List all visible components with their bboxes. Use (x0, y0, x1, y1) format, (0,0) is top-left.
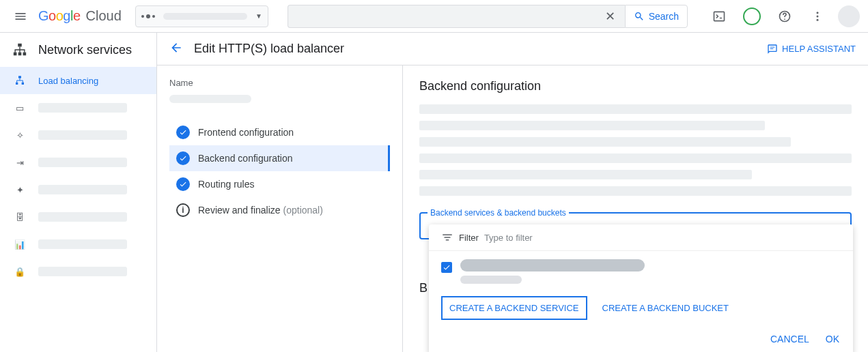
placeholder-line (419, 153, 852, 163)
popup-footer: CANCEL OK (429, 327, 853, 347)
svg-rect-11 (22, 83, 24, 85)
sidebar-header: Network services (0, 33, 156, 67)
filter-label: Filter (459, 233, 479, 243)
step-label: Backend configuration (198, 153, 293, 164)
sidebar-icon: ⇥ (14, 158, 26, 168)
google-cloud-logo[interactable]: Google Cloud (38, 8, 122, 24)
option-text-placeholder (460, 259, 645, 284)
svg-rect-8 (23, 53, 27, 56)
placeholder-line (419, 104, 852, 114)
sidebar-item[interactable]: 🗄 (0, 203, 156, 231)
placeholder-line (419, 186, 852, 196)
sidebar-item[interactable]: ⇥ (0, 149, 156, 176)
svg-rect-7 (18, 53, 22, 56)
svg-rect-12 (770, 46, 775, 47)
page-title: Edit HTTP(S) load balancer (194, 42, 344, 56)
sidebar-item[interactable]: 📊 (0, 231, 156, 258)
logo-cloud-word: Cloud (86, 8, 122, 24)
cloud-shell-icon[interactable] (707, 4, 731, 29)
sidebar-icon: ✧ (14, 130, 26, 141)
back-arrow-icon[interactable] (169, 41, 183, 57)
page-header: Edit HTTP(S) load balancer HELP ASSISTAN… (157, 33, 868, 65)
step-routing[interactable]: Routing rules (169, 171, 390, 197)
step-frontend[interactable]: Frontend configuration (169, 119, 390, 145)
search-button-label: Search (649, 11, 679, 22)
svg-point-3 (817, 15, 819, 17)
step-backend[interactable]: Backend configuration (169, 145, 390, 171)
svg-rect-5 (18, 44, 22, 47)
sidebar-item[interactable]: ▭ (0, 94, 156, 121)
content: Edit HTTP(S) load balancer HELP ASSISTAN… (157, 33, 868, 352)
chat-icon (767, 44, 778, 55)
ok-button[interactable]: OK (826, 334, 839, 344)
section-initial: B (419, 281, 428, 295)
field-legend: Backend services & backend buckets (428, 208, 569, 218)
create-backend-service-button[interactable]: CREATE A BACKEND SERVICE (441, 296, 587, 320)
search-button[interactable]: Search (625, 5, 688, 28)
checkbox-checked-icon[interactable] (441, 262, 452, 273)
check-icon (176, 177, 190, 191)
sidebar-item-load-balancing[interactable]: Load balancing (0, 67, 156, 94)
filter-icon (441, 231, 453, 244)
top-bar: Google Cloud ▼ ✕ Search (0, 0, 868, 33)
step-label: Frontend configuration (198, 127, 294, 138)
create-backend-bucket-button[interactable]: CREATE A BACKEND BUCKET (600, 297, 731, 319)
clear-search-icon[interactable]: ✕ (601, 9, 619, 24)
user-avatar[interactable] (838, 5, 860, 27)
hamburger-menu-button[interactable] (8, 4, 33, 29)
main-area: Network services Load balancing ▭ ✧ ⇥ ✦ … (0, 33, 868, 352)
project-icon (141, 14, 155, 18)
sidebar-icon: 🗄 (14, 212, 26, 222)
load-balancing-icon (14, 75, 26, 86)
name-value-placeholder (169, 95, 251, 103)
left-column: Name Frontend configuration Backend conf… (157, 65, 403, 352)
svg-rect-13 (770, 48, 774, 49)
placeholder-line (419, 121, 765, 130)
search-icon (634, 11, 645, 22)
top-right-controls (693, 4, 860, 29)
cancel-button[interactable]: CANCEL (770, 334, 809, 344)
sidebar-item[interactable]: 🔒 (0, 258, 156, 285)
sidebar-icon: 🔒 (14, 267, 26, 277)
two-column-layout: Name Frontend configuration Backend conf… (157, 65, 868, 352)
search-area: ✕ Search (288, 5, 688, 28)
sidebar-icon: ✦ (14, 185, 26, 195)
help-icon[interactable] (772, 4, 797, 29)
sidebar-icon: 📊 (14, 239, 26, 250)
sidebar-item[interactable]: ✦ (0, 176, 156, 203)
step-label: Review and finalize (optional) (198, 205, 323, 216)
backend-option-row[interactable] (429, 251, 853, 292)
popup-create-actions: CREATE A BACKEND SERVICE CREATE A BACKEN… (429, 292, 853, 327)
filter-placeholder: Type to filter (484, 233, 533, 243)
svg-point-2 (817, 12, 819, 14)
sidebar-icon: ▭ (14, 103, 26, 113)
placeholder-line (419, 170, 752, 179)
svg-point-4 (817, 18, 819, 20)
placeholder-line (419, 137, 791, 147)
network-services-icon (12, 42, 27, 57)
project-name-placeholder (163, 13, 247, 20)
svg-rect-0 (714, 12, 725, 20)
svg-rect-9 (18, 76, 21, 78)
sidebar-item-label: Load balancing (38, 76, 98, 86)
sidebar-item[interactable]: ✧ (0, 121, 156, 149)
search-input[interactable] (294, 11, 601, 22)
step-label: Routing rules (198, 179, 255, 190)
step-review[interactable]: i Review and finalize (optional) (169, 197, 390, 223)
filter-row[interactable]: Filter Type to filter (429, 224, 853, 251)
svg-rect-6 (14, 53, 17, 56)
project-selector[interactable]: ▼ (135, 5, 268, 27)
name-label: Name (169, 78, 390, 88)
help-assistant-button[interactable]: HELP ASSISTANT (767, 44, 856, 55)
info-icon: i (176, 203, 190, 217)
more-icon[interactable] (805, 4, 830, 29)
status-circle[interactable] (740, 4, 764, 29)
check-icon (176, 151, 190, 165)
sidebar: Network services Load balancing ▭ ✧ ⇥ ✦ … (0, 33, 157, 352)
backend-config-title: Backend configuration (419, 79, 852, 93)
backend-dropdown-popup: Filter Type to filter CREATE A BACKEND S… (429, 224, 853, 352)
backend-selector-wrap: Backend services & backend buckets Filte… (419, 212, 852, 239)
search-box[interactable]: ✕ (288, 5, 625, 28)
check-icon (176, 126, 190, 139)
right-column: Backend configuration Backend services &… (403, 65, 868, 352)
